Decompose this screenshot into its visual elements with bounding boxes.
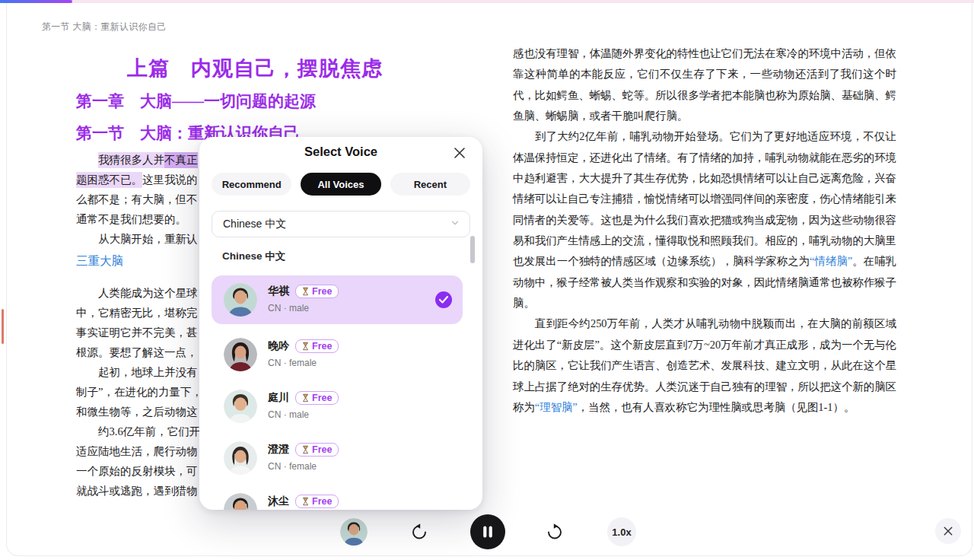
paragraph: 直到距今约250万年前，人类才从哺乳动物中脱颖而出，在大脑的前额区域进化出了“新… (513, 313, 896, 418)
voice-name: 沐尘 (268, 495, 289, 508)
voice-row-muchen[interactable]: 沐尘 Free (212, 485, 463, 510)
voice-row-wanyin[interactable]: 晚吟 Free CN · female (212, 330, 463, 379)
modal-title: Select Voice (199, 145, 482, 159)
hourglass-icon (302, 497, 309, 506)
free-badge: Free (295, 391, 339, 405)
breadcrumb: 第一节 大脑：重新认识你自己 (42, 21, 167, 33)
rewind-button[interactable] (410, 523, 428, 541)
book-line: 一个原始的反射模块，可 (76, 463, 198, 479)
hourglass-icon (302, 393, 309, 402)
book-line: 制子”，在进化的力量下， (76, 383, 202, 400)
voice-meta: CN · female (268, 461, 317, 472)
close-icon (944, 527, 953, 536)
avatar (224, 493, 257, 510)
hourglass-icon (302, 445, 309, 454)
avatar (224, 441, 257, 475)
voice-name: 庭川 (268, 391, 289, 405)
rational-brain-link[interactable]: “理智脑” (535, 401, 578, 413)
voice-name: 澄澄 (268, 443, 289, 457)
reading-progress-fill (0, 0, 72, 3)
voice-tabs: Recommend All Voices Recent (212, 173, 470, 196)
voice-row-chengcheng[interactable]: 澄澄 Free CN · female (212, 434, 463, 482)
free-badge: Free (295, 285, 339, 298)
close-icon[interactable] (450, 144, 469, 162)
hourglass-icon (302, 287, 309, 296)
player-close-button[interactable] (935, 518, 961, 544)
reading-progress-bar[interactable] (0, 0, 974, 3)
avatar (224, 338, 257, 371)
select-voice-modal: Select Voice Recommend All Voices Recent… (199, 137, 482, 510)
book-line: 适应陆地生活，爬行动物 (76, 443, 198, 460)
check-icon (435, 291, 452, 308)
paragraph: 感也没有理智，体温随外界变化的特性也让它们无法在寒冷的环境中活动，但依靠这种简单… (513, 43, 896, 126)
book-line: 约3.6亿年前，它们开 (98, 423, 200, 440)
book-line: 我猜很多人并不真正 (98, 151, 198, 168)
free-badge: Free (295, 495, 339, 508)
voice-meta: CN · female (268, 358, 317, 368)
voice-row-huaqi[interactable]: 华祺 Free CN · male (212, 275, 463, 324)
book-line: 起初，地球上并没有 (98, 364, 198, 380)
book-line: 就战斗或逃跑，遇到猎物 (76, 482, 198, 499)
voice-meta: CN · male (268, 303, 309, 313)
chevron-down-icon (450, 218, 460, 231)
tab-recommend[interactable]: Recommend (212, 173, 291, 196)
pause-icon (481, 525, 495, 539)
book-part-title: 上篇 内观自己，摆脱焦虑 (49, 55, 461, 82)
book-subheading-link: 三重大脑 (76, 253, 123, 269)
tab-recent[interactable]: Recent (390, 173, 470, 196)
scrollbar-thumb[interactable] (470, 236, 475, 263)
language-dropdown[interactable]: Chinese 中文 (212, 211, 470, 237)
free-badge: Free (295, 443, 339, 457)
right-page: 感也没有理智，体温随外界变化的特性也让它们无法在寒冷的环境中活动，但依靠这种简单… (513, 43, 896, 418)
pause-button[interactable] (470, 514, 505, 549)
book-line: 和微生物等，之后动物这 (76, 403, 198, 420)
playback-speed-button[interactable]: 1.0x (607, 517, 636, 546)
voice-meta: CN · male (268, 409, 309, 420)
avatar (224, 390, 257, 423)
current-voice-avatar[interactable] (340, 518, 368, 546)
language-dropdown-value: Chinese 中文 (223, 218, 286, 231)
hourglass-icon (302, 342, 309, 351)
paragraph: 到了大约2亿年前，哺乳动物开始登场。它们为了更好地适应环境，不仅让体温保持恒定，… (513, 126, 896, 313)
book-line: 中，它精密无比，堪称完 (76, 304, 198, 321)
avatar (224, 283, 257, 317)
voice-name: 晚吟 (268, 339, 289, 353)
emotion-brain-link[interactable]: “情绪脑” (810, 255, 852, 267)
tab-all-voices[interactable]: All Voices (301, 173, 380, 196)
book-line: 题困惑不已。这里我说的 (76, 171, 198, 188)
book-line: 人类能成为这个星球 (98, 285, 198, 301)
voice-name: 华祺 (268, 285, 289, 298)
voice-group-label: Chinese 中文 (222, 250, 285, 263)
book-line: 么都不是；有大脑，但不 (76, 191, 198, 208)
voice-row-tingchuan[interactable]: 庭川 Free CN · male (212, 382, 463, 431)
book-line: 从大脑开始，重新认 (98, 231, 198, 247)
forward-button[interactable] (546, 523, 564, 541)
book-line: 根源。要想了解这一点， (76, 344, 198, 361)
book-line: 事实证明它并不完美，甚 (76, 324, 198, 341)
chapter-heading: 第一章 大脑——一切问题的起源 (76, 91, 316, 112)
free-badge: Free (295, 339, 339, 353)
background-window-sliver (2, 309, 4, 344)
book-line: 通常不是我们想要的。 (76, 211, 186, 228)
